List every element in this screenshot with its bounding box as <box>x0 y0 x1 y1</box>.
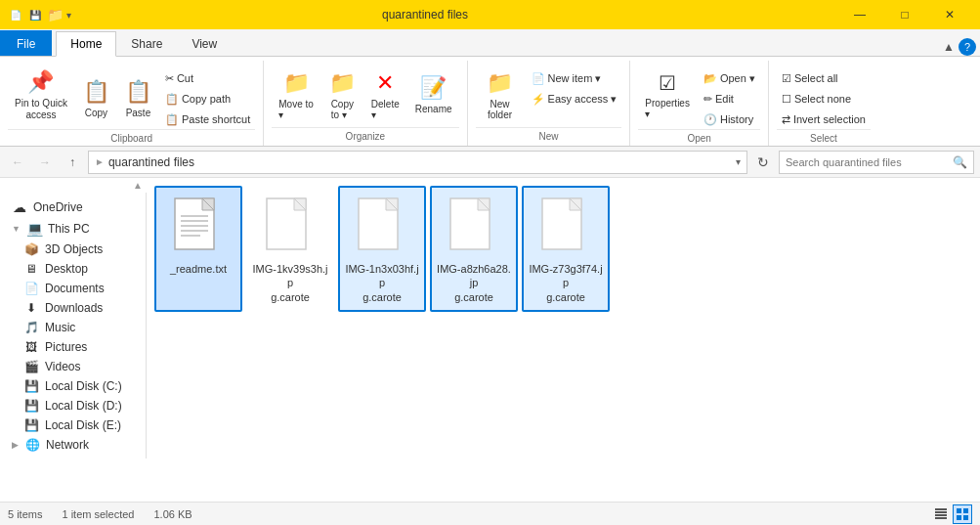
search-box: 🔍 <box>779 151 974 174</box>
details-view-button[interactable] <box>931 504 951 524</box>
search-input[interactable] <box>786 156 949 168</box>
sidebar-item-localdiskc[interactable]: 💾 Local Disk (C:) <box>0 376 146 396</box>
svg-rect-27 <box>963 515 968 520</box>
pin-to-quick-access-button[interactable]: 📌 Pin to Quickaccess <box>8 65 74 125</box>
sidebar-network-label: Network <box>46 438 89 452</box>
img2-filename: IMG-1n3x03hf.jpg.carote <box>344 262 420 304</box>
selected-size: 1.06 KB <box>153 508 192 520</box>
selected-count: 1 item selected <box>62 508 134 520</box>
file-item-readme[interactable]: _readme.txt <box>154 186 242 312</box>
sidebar-videos-label: Videos <box>45 360 80 373</box>
3dobjects-icon: 📦 <box>23 242 39 256</box>
new-item-button[interactable]: 📄 New item ▾ <box>527 68 622 88</box>
back-button[interactable]: ← <box>6 151 29 174</box>
details-view-icon <box>934 507 948 521</box>
sidebar-item-music[interactable]: 🎵 Music <box>0 318 146 337</box>
properties-icon: ☑ <box>659 71 676 95</box>
img3-icon <box>445 194 503 262</box>
edit-button[interactable]: ✏ Edit <box>699 89 760 109</box>
rename-button[interactable]: 📝 Rename <box>408 65 459 125</box>
copy-button[interactable]: 📋 Copy <box>76 68 116 129</box>
close-button[interactable]: ✕ <box>927 0 972 29</box>
sidebar-item-documents[interactable]: 📄 Documents <box>0 279 146 298</box>
copy-to-button[interactable]: 📁 Copyto ▾ <box>322 65 362 125</box>
properties-button[interactable]: ☑ Properties▾ <box>638 65 697 125</box>
ribbon-tabs: File Home Share View ▲ ? <box>0 29 980 57</box>
new-folder-button[interactable]: 📁 Newfolder <box>476 65 525 125</box>
tab-file[interactable]: File <box>0 30 52 56</box>
tab-view[interactable]: View <box>177 30 232 56</box>
address-chevron: ► <box>95 156 105 167</box>
tiles-view-button[interactable] <box>953 504 972 524</box>
window-controls: — □ ✕ <box>837 0 972 29</box>
history-icon: 🕐 <box>703 113 717 126</box>
search-icon[interactable]: 🔍 <box>953 155 967 169</box>
sidebar-item-desktop[interactable]: 🖥 Desktop <box>0 259 146 279</box>
address-dropdown-arrow[interactable]: ▾ <box>736 156 741 167</box>
easy-access-button[interactable]: ⚡ Easy access ▾ <box>527 89 622 109</box>
ribbon-group-organize: 📁 Move to▾ 📁 Copyto ▾ ✕ Delete▾ 📝 Rename… <box>264 61 467 146</box>
sidebar-item-localdiskd[interactable]: 💾 Local Disk (D:) <box>0 396 146 416</box>
properties-label: Properties▾ <box>645 98 690 119</box>
readme-icon <box>169 194 228 262</box>
open-button[interactable]: 📂 Open ▾ <box>699 68 760 88</box>
file-area: _readme.txt IMG-1kv39s3h.jpg.carote <box>147 178 980 502</box>
cut-label: Cut <box>177 72 193 84</box>
sidebar-item-onedrive[interactable]: ☁ OneDrive <box>0 197 146 218</box>
copy-path-button[interactable]: 📋 Copy path <box>160 89 255 109</box>
refresh-button[interactable]: ↻ <box>751 151 775 174</box>
file-item-img1[interactable]: IMG-1kv39s3h.jpg.carote <box>246 186 334 312</box>
ribbon-group-open: ☑ Properties▾ 📂 Open ▾ ✏ Edit 🕐 History … <box>630 61 769 146</box>
history-button[interactable]: 🕐 History <box>699 109 760 129</box>
sidebar-item-3dobjects[interactable]: 📦 3D Objects <box>0 240 146 259</box>
clipboard-label: Clipboard <box>8 129 255 148</box>
invert-selection-button[interactable]: ⇄ Invert selection <box>777 109 871 129</box>
move-to-button[interactable]: 📁 Move to▾ <box>272 65 320 125</box>
paste-button[interactable]: 📋 Paste <box>118 68 158 129</box>
onedrive-icon: ☁ <box>12 199 27 215</box>
minimize-button[interactable]: — <box>837 0 882 29</box>
edit-label: Edit <box>715 93 734 105</box>
select-none-label: Select none <box>794 93 851 105</box>
sidebar-item-localdiskie[interactable]: 💾 Local Disk (E:) <box>0 416 146 435</box>
sidebar-item-network[interactable]: ▶ 🌐 Network <box>0 435 146 455</box>
sidebar-item-videos[interactable]: 🎬 Videos <box>0 357 146 376</box>
copy-to-label: Copyto ▾ <box>331 99 354 120</box>
history-label: History <box>720 113 753 125</box>
sidebar-item-thispc[interactable]: ▼ 💻 This PC <box>0 218 146 240</box>
sidebar-localdiskie-label: Local Disk (E:) <box>45 418 121 432</box>
sidebar-onedrive-label: OneDrive <box>33 200 83 214</box>
easy-access-icon: ⚡ <box>532 93 545 106</box>
svg-rect-20 <box>935 508 947 510</box>
forward-button[interactable]: → <box>33 151 57 174</box>
select-all-group: ☑ Select all ☐ Select none ⇄ Invert sele… <box>777 65 871 129</box>
sidebar-wrapper: ▲ ☁ OneDrive ▼ 💻 This PC 📦 3D Objects 🖥 … <box>0 178 147 502</box>
tab-home[interactable]: Home <box>56 31 116 57</box>
maximize-button[interactable]: □ <box>882 0 927 29</box>
select-all-button[interactable]: ☑ Select all <box>777 68 871 88</box>
localdiskie-icon: 💾 <box>23 418 39 432</box>
delete-button[interactable]: ✕ Delete▾ <box>364 65 406 125</box>
paste-shortcut-button[interactable]: 📋 Paste shortcut <box>160 109 255 129</box>
sidebar-item-pictures[interactable]: 🖼 Pictures <box>0 337 146 357</box>
ribbon-collapse-button[interactable]: ▲ <box>943 40 955 54</box>
ribbon-group-select: ☑ Select all ☐ Select none ⇄ Invert sele… <box>769 61 878 146</box>
file-item-img3[interactable]: IMG-a8zh6a28.jpg.carote <box>430 186 518 312</box>
help-button[interactable]: ? <box>959 38 976 56</box>
select-buttons: ☑ Select all ☐ Select none ⇄ Invert sele… <box>777 61 871 129</box>
copy-icon: 📋 <box>83 79 109 105</box>
select-none-button[interactable]: ☐ Select none <box>777 89 871 109</box>
file-item-img2[interactable]: IMG-1n3x03hf.jpg.carote <box>338 186 426 312</box>
view-toggle-buttons <box>931 504 972 524</box>
file-item-img4[interactable]: IMG-z73g3f74.jpg.carote <box>522 186 610 312</box>
sidebar-item-downloads[interactable]: ⬇ Downloads <box>0 298 146 318</box>
tab-share[interactable]: Share <box>116 30 177 56</box>
up-button[interactable]: ↑ <box>61 151 84 174</box>
select-all-label: Select all <box>794 72 838 84</box>
address-bar[interactable]: ► quarantined files ▾ <box>88 151 747 174</box>
organize-label: Organize <box>272 127 458 146</box>
sidebar-collapse-button[interactable]: ▲ <box>133 180 143 191</box>
img1-icon <box>261 194 320 262</box>
cut-button[interactable]: ✂ Cut <box>160 68 255 88</box>
delete-label: Delete▾ <box>371 99 400 120</box>
